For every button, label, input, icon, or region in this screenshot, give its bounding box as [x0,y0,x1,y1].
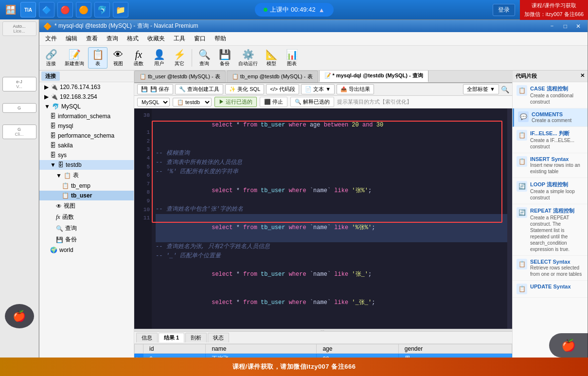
code-icon: </> [270,86,278,92]
side-item-4[interactable]: G Cli... [2,125,36,139]
beautify-button[interactable]: ✨ 美化 SQL [225,84,264,94]
rp-update-content: UPDATE Syntax [530,284,571,289]
rp-item-update[interactable]: 📋 UPDATE Syntax [513,281,588,298]
conn-mysql-db[interactable]: 🗄 mysql [39,121,134,131]
toolbar-btn-autorun[interactable]: ⚙️ 自动运行 [235,48,261,68]
stop-button[interactable]: ⬛ 停止 [260,97,287,107]
menu-format[interactable]: 格式 [123,33,143,44]
rp-repeat-title: REPEAT 流程控制 [530,207,584,215]
conn-queries[interactable]: 🔍 查询 [39,223,134,234]
conn-sys[interactable]: 🗄 sys [39,150,134,160]
explain-button[interactable]: 🔍 解释已选的 [290,97,334,107]
conn-backup[interactable]: 💾 备份 [39,234,134,245]
side-item-2[interactable]: e-J V... [2,77,36,91]
rp-loop-icon: 🔄 [517,181,527,192]
taskbar-icon-windows[interactable]: 🪟 [4,3,18,17]
menu-query[interactable]: 查询 [103,33,122,44]
taskbar-icon-navicat[interactable]: 🐬 [94,2,110,18]
conn-funcs[interactable]: fx 函数 [39,212,134,223]
toolbar-btn-model[interactable]: 📐 模型 [262,48,281,68]
toolbar-btn-view[interactable]: 👁 视图 [108,48,128,68]
sql-editor[interactable]: 38 1 2 3 4 5 6 7 8 9 10 11 [134,108,512,329]
schema-select[interactable]: 📋 testdb [173,98,212,107]
toolbar-btn-backup[interactable]: 💾 备份 [215,48,234,68]
rp-item-repeat[interactable]: 🔄 REPEAT 流程控制 Create a REPEAT construct.… [513,204,588,256]
code-area[interactable]: select * from tb_user where age between … [152,108,512,329]
conn-label2: 192.168.3.254 [60,93,97,100]
toolbar-btn-newquery[interactable]: 📝 新建查询 [62,48,87,68]
rp-item-case[interactable]: 📋 CASE 流程控制 Create a conditional constru… [513,82,588,108]
tab-tb-user-table[interactable]: 📋 tb_user @testdb (MySQL) - 表 [134,71,226,82]
taskbar-icon-app6[interactable]: 📁 [113,2,128,18]
conn-world[interactable]: 🌍 world [39,245,134,255]
run-selected-button[interactable]: ▶ 运行已选的 [214,97,257,107]
results-tab-result1[interactable]: 结果 1 [159,333,184,342]
funcs-icon: fx [56,214,60,221]
rp-item-comments[interactable]: 💬 COMMENTS Create a comment [513,108,588,127]
timer-expand[interactable]: ▲ [319,6,325,14]
export-button[interactable]: 📤 导出结果 [337,84,374,94]
toolbar-btn-func[interactable]: fx 函数 [129,48,148,68]
left-tab-connections[interactable]: 连接 [41,72,60,81]
text-mode-button[interactable]: 📄 文本 ▼ [301,84,335,94]
toolbar-btn-user[interactable]: 👤 用户 [149,48,169,68]
menu-edit[interactable]: 编辑 [62,33,81,44]
rp-item-select[interactable]: 📋 SELECT Syntax Retrieve rows selected f… [513,256,588,281]
rp-item-insert[interactable]: 📋 INSERT Syntax Insert new rows into an … [513,153,588,178]
editor-scrollbar[interactable] [507,108,512,329]
side-item-1[interactable]: Auto... Lice... [2,21,36,36]
rp-item-loop[interactable]: 🔄 LOOP 流程控制 Create a simple loop constru… [513,178,588,204]
menu-window[interactable]: 窗口 [190,33,210,44]
conn-perfschema[interactable]: 🗄 performance_schema [39,131,134,141]
taskbar-icon-app4[interactable]: 🟠 [76,2,91,18]
results-tab-status[interactable]: 状态 [208,333,229,342]
tab-tb-emp-table[interactable]: 📋 tb_emp @testdb (MySQL) - 表 [227,71,318,82]
conn-sakila[interactable]: 🗄 sakila [39,141,134,150]
side-item-3[interactable]: G [2,103,36,113]
conn-tb-user[interactable]: 📋 tb_user [39,191,134,200]
results-tab-info[interactable]: 信息 [136,333,158,342]
conn-tb-emp[interactable]: 📋 tb_emp [39,181,134,191]
menubar: 文件 编辑 查看 查询 格式 收藏夹 工具 窗口 帮助 [39,32,588,46]
toolbar-btn-query[interactable]: 🔍 查询 [195,48,214,68]
conn-mysql[interactable]: ▼ 🐬 MySQL [39,102,134,111]
user-icon: 👤 [153,49,165,60]
db-select[interactable]: MySQL [137,98,170,107]
taskbar-icon-tia[interactable]: TIA [20,2,36,18]
conn-mysql-label: MySQL [61,103,81,110]
results-tab-profiling[interactable]: 剖析 [185,333,207,342]
conn-views[interactable]: 👁 视图 [39,200,134,212]
code-snippet-button[interactable]: </> 代码段 [266,84,299,94]
code-line-9: select * from tb_user where `name` like … [156,261,508,289]
taskbar-icon-app2[interactable]: 🔷 [39,2,54,18]
save-button[interactable]: 💾 💾 保存 [137,84,173,94]
tab-mysql-query[interactable]: 📝 * mysql-dql @testdb (MySQL) - 查询 [319,71,428,82]
toolbar-btn-other[interactable]: ⚡ 其它 [170,48,189,68]
toolbar-btn-chart[interactable]: 📊 图表 [282,48,302,68]
taskbar-icon-app3[interactable]: 🔴 [57,2,73,18]
menu-file[interactable]: 文件 [41,33,61,44]
conn-tables[interactable]: ▼ 📋 表 [39,170,134,181]
menu-tools[interactable]: 工具 [170,33,189,44]
search-icon-toolbar[interactable]: 🔍 [501,86,509,93]
window-close[interactable]: ✕ [573,23,584,30]
taskbar: 🪟 TIA 🔷 🔴 🟠 🐬 📁 上课中 00:49:42 ▲ 课程/课件学习获取… [0,0,588,19]
all-tags-button[interactable]: 全部标签 ▼ [463,84,499,94]
query-builder-button[interactable]: 🔧 查询创建工具 [175,84,223,94]
rp-close-icon[interactable]: ✕ [580,72,585,80]
login-btn[interactable]: 登录 [493,4,515,16]
toolbar-btn-table[interactable]: 📋 表 [88,47,107,69]
window-maximize[interactable]: □ [561,23,570,30]
menu-help[interactable]: 帮助 [211,33,230,44]
rp-item-ifelse[interactable]: 📋 IF...ELSE... 判断 Create a IF...ELSE... … [513,127,588,153]
window-minimize[interactable]: － [546,22,558,30]
conn-120[interactable]: ▶ 🔌 120.76.174.163 [39,82,134,92]
conn-infoschema[interactable]: 🗄 information_schema [39,111,134,121]
toolbar-btn-connect[interactable]: 🔗 连接 [41,48,61,68]
left-side-panel: Auto... Lice... e-J V... G G Cli... 🍎 [0,19,39,358]
menu-view[interactable]: 查看 [82,33,102,44]
conn-testdb[interactable]: ▼ 🗄 testdb [39,160,134,170]
menu-favorites[interactable]: 收藏夹 [143,33,169,44]
side-item-5[interactable]: 🍎 [5,304,34,328]
conn-192[interactable]: ▶ 🔌 192.168.3.254 [39,92,134,102]
